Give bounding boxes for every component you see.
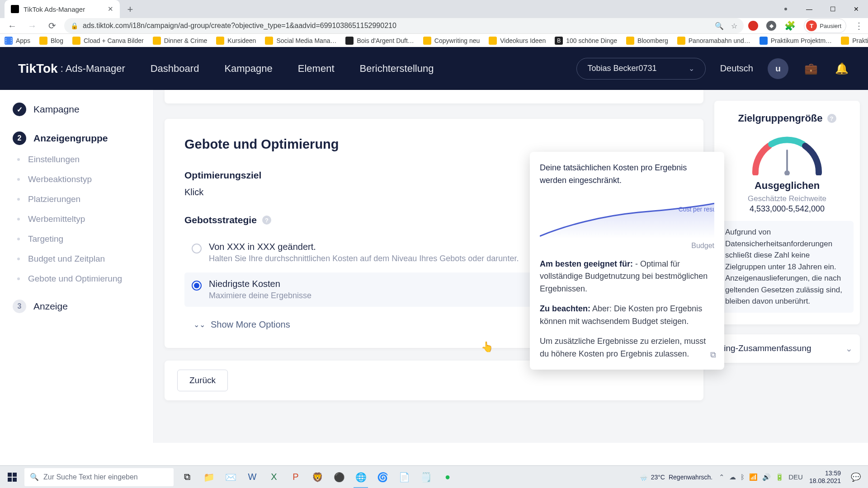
account-switcher[interactable]: Tobias Becker0731 ⌄ [576,58,706,80]
browser-tab[interactable]: TikTok Ads-Manager ✕ [5,0,120,18]
action-center-icon[interactable]: 💬 [847,472,864,482]
window-maximize-button[interactable]: ☐ [821,0,844,18]
new-tab-button[interactable]: + [123,2,138,17]
nav-berichterstellung[interactable]: Berichterstellung [360,63,434,75]
bookmark-item[interactable]: Praktikum WU [841,37,868,45]
address-bar[interactable]: 🔒 ads.tiktok.com/i18n/campaign/ad-group/… [64,18,744,33]
battery-icon[interactable]: 🔋 [775,473,784,481]
taskbar-search[interactable]: 🔍 Zur Suche Text hier eingeben [24,468,174,486]
obs-icon[interactable]: ⚫ [329,466,349,488]
back-button[interactable]: Zurück [177,370,228,391]
info-icon[interactable]: ? [262,216,271,225]
file-explorer-icon[interactable]: 📁 [199,466,219,488]
bookmark-item[interactable]: Cload + Canva Bilder [72,37,144,45]
language-switcher[interactable]: Deutsch [720,63,753,74]
brave-icon[interactable]: 🦁 [307,466,327,488]
volume-icon[interactable]: 🔊 [762,473,771,481]
back-button[interactable]: ← [5,18,20,33]
onedrive-icon[interactable]: ☁ [729,473,736,481]
mail-icon[interactable]: ✉️ [221,466,241,488]
bookmark-apps[interactable]: ⋮⋮Apps [5,37,30,45]
reach-value: 4,533,000-5,542,000 [750,204,825,214]
notifications-icon[interactable]: 🔔 [834,61,850,77]
profile-status-label: Pausiert [820,23,841,29]
app-logo[interactable]: TikTok : Ads-Manager [18,61,125,76]
taskbar-clock[interactable]: 13:59 18.08.2021 [809,469,841,485]
chrome-account-dot-icon[interactable] [774,0,797,18]
external-link-icon[interactable]: ⧉ [710,349,716,361]
clock-date: 18.08.2021 [809,477,841,485]
step-anzeige[interactable]: 3 Anzeige [0,295,153,318]
site-icon: B [555,37,563,45]
step-kampagne[interactable]: ✓ Kampagne [0,98,153,121]
substep-werbeaktionstyp[interactable]: Werbeaktionstyp [0,169,153,189]
window-close-button[interactable]: ✕ [844,0,868,18]
excel-icon[interactable]: X [264,466,284,488]
window-minimize-button[interactable]: ― [797,0,821,18]
chrome-menu-icon[interactable]: ⋮ [854,20,863,31]
calculator-icon[interactable]: 🗒️ [416,466,436,488]
chart-series-label: Cost per result [679,206,714,213]
business-center-icon[interactable]: 💼 [803,61,819,77]
wizard-sidebar: ✓ Kampagne 2 Anzeigengruppe Einstellunge… [0,90,154,443]
forward-button[interactable]: → [24,18,40,33]
bookmark-item[interactable]: Praktikum Projektm… [760,37,832,45]
powerpoint-icon[interactable]: P [286,466,306,488]
substep-gebote[interactable]: Gebote und Optimierung [0,269,153,289]
bookmark-item[interactable]: Social Media Mana… [265,37,336,45]
bluetooth-icon[interactable]: ᛒ [741,473,745,481]
bookmark-item[interactable]: Dinner & Crime [153,37,208,45]
bookmark-item[interactable]: Bois d'Argent Duft… [345,37,414,45]
bookmark-item[interactable]: Kursideen [216,37,256,45]
wifi-icon[interactable]: 📶 [749,473,758,481]
chrome-icon[interactable]: 🌐 [351,466,371,488]
site-icon [345,37,354,45]
substep-targeting[interactable]: Targeting [0,229,153,249]
substep-werbemitteltyp[interactable]: Werbemitteltyp [0,209,153,229]
weather-widget[interactable]: 🌧️ 23°C Regenwahrsch. [640,474,713,481]
bookmark-item[interactable]: B100 schöne Dinge [555,37,617,45]
tray-chevron-icon[interactable]: ⌃ [719,473,725,481]
start-button[interactable] [0,466,24,488]
extensions-puzzle-icon[interactable]: 🧩 [784,20,796,31]
substep-platzierungen[interactable]: Platzierungen [0,189,153,209]
targeting-summary-title: ting-Zusammenfassung [722,343,811,353]
spotify-icon[interactable]: ● [438,466,458,488]
info-icon[interactable]: ? [827,114,836,123]
step-anzeigengruppe[interactable]: 2 Anzeigengruppe [0,127,153,150]
user-avatar[interactable]: u [768,58,788,79]
profile-chip[interactable]: T Pausiert [804,19,846,33]
bookmark-item[interactable]: Copywriting neu [423,37,480,45]
extension-adblock-icon[interactable] [748,21,758,31]
search-icon: 🔍 [30,473,39,481]
nav-element[interactable]: Element [298,63,335,75]
lock-icon: 🔒 [71,22,78,29]
language-indicator[interactable]: DEU [788,473,803,481]
audience-size-card: Zielgruppengröße ? Ausgeglichen Geschätz… [714,101,860,324]
notepad-icon[interactable]: 📄 [394,466,414,488]
option-desc: Halten Sie Ihre durchschnittlichen Koste… [209,254,519,263]
folder-icon [265,37,273,45]
substep-einstellungen[interactable]: Einstellungen [0,150,153,169]
bookmark-item[interactable]: Blog [39,37,63,45]
bookmark-item[interactable]: Panoramabahn und… [677,37,750,45]
task-view-icon[interactable]: ⧉ [177,466,197,488]
close-tab-icon[interactable]: ✕ [108,5,113,13]
cost-curve-chart: Cost per result [540,193,714,239]
zoom-icon[interactable]: 🔍 [715,22,724,30]
audience-title: Zielgruppengröße [738,113,823,124]
folder-icon [423,37,431,45]
word-icon[interactable]: W [242,466,262,488]
bookmark-item[interactable]: Bloomberg [626,37,668,45]
bookmark-star-icon[interactable]: ☆ [731,22,737,30]
targeting-summary-card[interactable]: ting-Zusammenfassung ⌄ [714,334,860,363]
bookmark-item[interactable]: Videokurs Ideen [489,37,546,45]
right-rail: Zielgruppengröße ? Ausgeglichen Geschätz… [714,90,868,443]
extension-generic-icon[interactable]: ◆ [766,21,776,31]
substep-budget[interactable]: Budget und Zeitplan [0,249,153,269]
logo-sub: : Ads-Manager [61,63,125,75]
edge-icon[interactable]: 🌀 [373,466,392,488]
reload-button[interactable]: ⟳ [44,18,60,33]
nav-dashboard[interactable]: Dashboard [151,63,199,75]
nav-kampagne[interactable]: Kampagne [224,63,272,75]
